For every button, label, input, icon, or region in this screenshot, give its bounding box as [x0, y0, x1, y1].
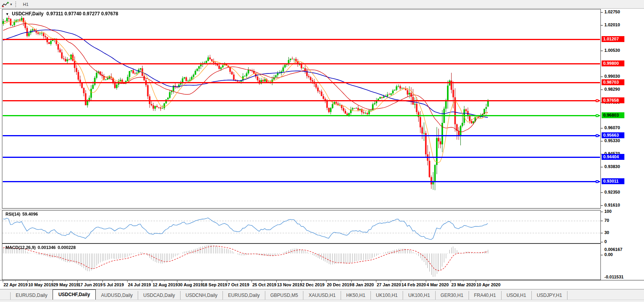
price-axis[interactable]: 1.027501.020101.005300.990300.982900.975…	[601, 9, 644, 280]
axis-tick-mark	[601, 192, 603, 193]
rsi-axis-tick	[601, 233, 603, 233]
date-tick-minor	[239, 280, 239, 282]
chevron-down-icon[interactable]: ▾	[10, 2, 12, 6]
date-tick-minor	[65, 280, 66, 282]
rsi-axis-label: 70	[604, 218, 609, 223]
level-line-handle[interactable]	[596, 134, 598, 137]
rsi-label: RSI(14)59.4096	[5, 212, 40, 216]
date-tick-mark	[102, 280, 103, 282]
axis-tick-mark	[601, 90, 603, 90]
date-tick-minor	[488, 280, 488, 282]
date-tick-mark	[252, 280, 252, 282]
chart-symbol: USDCHF,Daily	[12, 11, 44, 16]
rsi-value: 59.4096	[22, 212, 38, 216]
chart-tab-uk100-h1[interactable]: UK100,H1	[403, 291, 435, 300]
price-level-badge: 0.99800	[602, 60, 624, 66]
horizontal-level-line[interactable]	[3, 115, 600, 116]
date-axis-label: 18 Sep 2019	[203, 282, 227, 287]
level-line-handle[interactable]	[596, 180, 598, 183]
axis-tick-mark	[601, 128, 603, 128]
axis-tick-mark	[601, 141, 603, 141]
level-line-handle[interactable]	[596, 99, 598, 102]
rsi-axis-tick	[601, 212, 603, 212]
date-tick-minor	[90, 280, 90, 282]
price-chart-pane[interactable]: ▼ USDCHF,Daily 0.97311 0.97740 0.97277 0…	[2, 9, 601, 209]
rsi-canvas[interactable]	[2, 210, 600, 243]
rsi-axis-label: 0	[604, 239, 607, 244]
macd-label: MACD(12,26,9)0.0013460.000228	[5, 245, 78, 250]
axis-tick-mark	[601, 51, 603, 51]
date-tick-mark	[202, 280, 202, 282]
axis-tick-mark	[601, 167, 603, 167]
tab-bar-stub	[0, 292, 11, 300]
chart-tab-uk100-h1[interactable]: UK100,H1	[371, 291, 403, 300]
date-tick-mark	[77, 280, 78, 282]
rsi-pane[interactable]: RSI(14)59.4096	[2, 210, 601, 243]
chart-tab-bar: EURUSD,DailyUSDCHF,DailyAUDUSD,DailyUSDC…	[0, 289, 644, 300]
indicators-icon[interactable]	[2, 1, 9, 7]
chart-tab-eurusd-daily[interactable]: EURUSD,Daily	[223, 291, 265, 300]
date-axis-label: 10 Apr 2020	[476, 282, 500, 287]
date-axis-label: 27 Jan 2020	[377, 282, 401, 287]
macd-axis-min-label: -0.011531	[604, 275, 624, 279]
chart-tab-eurusd-daily[interactable]: EURUSD,Daily	[11, 291, 53, 300]
horizontal-level-line[interactable]	[3, 181, 600, 182]
chart-tab-xauusd-h1[interactable]: XAUUSD,H1	[303, 291, 341, 300]
axis-tick-label: 0.92350	[604, 190, 620, 194]
chart-tab-usdjpy-h1[interactable]: USDJPY,H1	[532, 291, 567, 300]
date-axis-label: 7 Oct 2019	[228, 282, 249, 287]
level-line-handle[interactable]	[596, 114, 598, 117]
date-tick-minor	[314, 280, 314, 282]
chart-tab-usdcnh-daily[interactable]: USDCNH,Daily	[181, 291, 223, 300]
axis-tick-mark	[601, 77, 603, 77]
date-axis-label: 22 Apr 2019	[4, 282, 27, 287]
date-axis-label: 20 Dec 2019	[327, 282, 352, 287]
date-tick-mark	[276, 280, 277, 282]
date-axis-label: 30 Aug 2019	[178, 282, 203, 287]
date-tick-minor	[164, 280, 165, 282]
chart-tab-audusd-daily[interactable]: AUDUSD,Daily	[96, 291, 138, 300]
chevron-down-icon: ▼	[5, 12, 9, 16]
horizontal-level-line[interactable]	[3, 100, 600, 101]
chart-tab-usoil-h1[interactable]: USOil,H1	[502, 291, 532, 300]
axis-tick-label: 0.95330	[604, 138, 620, 143]
date-tick-mark	[351, 280, 352, 282]
chart-tab-usdcad-daily[interactable]: USDCAD,Daily	[138, 291, 181, 300]
date-axis-label: 8 Jan 2020	[352, 282, 374, 287]
macd-pane[interactable]: MACD(12,26,9)0.0013460.000228	[2, 243, 601, 280]
chart-tab-hk50-h1[interactable]: HK50,H1	[341, 291, 371, 300]
macd-canvas[interactable]	[2, 244, 600, 278]
date-axis-label: 4 Mar 2020	[427, 282, 449, 287]
status-strip	[0, 300, 644, 302]
price-level-badge: 0.98703	[602, 79, 624, 85]
toolbar-grip	[15, 2, 16, 7]
date-tick-mark	[301, 280, 302, 282]
chart-tab-gbpusd-m5[interactable]: GBPUSD,M5	[265, 291, 304, 300]
horizontal-level-line[interactable]	[3, 39, 600, 40]
date-tick-mark	[127, 280, 128, 282]
axis-tick-label: 0.99030	[604, 74, 620, 79]
date-axis-label: 5 Jul 2019	[103, 282, 124, 287]
date-tick-minor	[264, 280, 265, 282]
horizontal-level-line[interactable]	[3, 63, 600, 64]
horizontal-level-line[interactable]	[3, 82, 600, 83]
rsi-name: RSI(14)	[5, 212, 20, 216]
chart-tab-usdchf-daily[interactable]: USDCHF,Daily	[53, 289, 96, 300]
chart-tab-fra40-h1[interactable]: FRA40,H1	[469, 291, 502, 300]
date-axis-label: 10 May 2019	[28, 282, 53, 287]
axis-tick-label: 1.00530	[604, 48, 620, 53]
date-axis[interactable]: 22 Apr 201910 May 201929 May 201917 Jun …	[0, 280, 644, 289]
timeframe-button-h1[interactable]: H1	[20, 1, 35, 8]
date-tick-mark	[227, 280, 227, 282]
axis-tick-label: 0.98290	[604, 87, 620, 92]
macd-signal-value: 0.000228	[58, 245, 76, 250]
date-tick-mark	[451, 280, 451, 282]
macd-name: MACD(12,26,9)	[5, 245, 36, 250]
chart-tab-ger30-h1[interactable]: GER30,H1	[436, 291, 469, 300]
rsi-axis-label: 30	[604, 230, 609, 235]
horizontal-level-line[interactable]	[3, 157, 600, 158]
macd-axis-max-label: 0.006167	[604, 247, 622, 252]
horizontal-level-line[interactable]	[3, 135, 600, 136]
date-tick-mark	[476, 280, 476, 282]
axis-tick-mark	[601, 12, 603, 13]
